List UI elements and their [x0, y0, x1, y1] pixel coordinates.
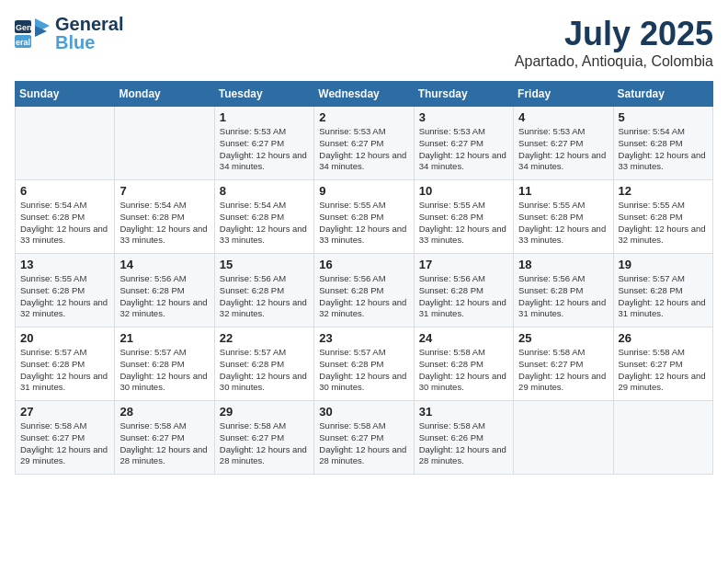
- day-number: 10: [419, 184, 508, 198]
- day-info: Sunrise: 5:56 AM Sunset: 6:28 PM Dayligh…: [119, 273, 209, 320]
- day-number: 18: [518, 258, 608, 271]
- title-block: July 2025 Apartado, Antioquia, Colombia: [515, 15, 713, 70]
- day-info: Sunrise: 5:55 AM Sunset: 6:28 PM Dayligh…: [319, 200, 408, 247]
- day-info: Sunrise: 5:58 AM Sunset: 6:27 PM Dayligh…: [619, 347, 708, 394]
- day-number: 26: [619, 331, 708, 345]
- day-info: Sunrise: 5:54 AM Sunset: 6:28 PM Dayligh…: [220, 200, 309, 247]
- logo-text-general: General: [55, 15, 123, 33]
- day-number: 22: [220, 331, 309, 345]
- day-number: 20: [20, 331, 109, 345]
- day-info: Sunrise: 5:58 AM Sunset: 6:27 PM Dayligh…: [319, 420, 408, 467]
- calendar-week-row: 20Sunrise: 5:57 AM Sunset: 6:28 PM Dayli…: [16, 327, 713, 401]
- day-info: Sunrise: 5:58 AM Sunset: 6:27 PM Dayligh…: [220, 420, 309, 467]
- calendar-cell: 7Sunrise: 5:54 AM Sunset: 6:28 PM Daylig…: [115, 180, 214, 254]
- calendar-cell: 8Sunrise: 5:54 AM Sunset: 6:28 PM Daylig…: [214, 180, 313, 254]
- day-info: Sunrise: 5:53 AM Sunset: 6:27 PM Dayligh…: [419, 126, 508, 173]
- calendar-week-row: 1Sunrise: 5:53 AM Sunset: 6:27 PM Daylig…: [16, 107, 713, 180]
- calendar-cell: 19Sunrise: 5:57 AM Sunset: 6:28 PM Dayli…: [613, 254, 712, 327]
- calendar-table: SundayMondayTuesdayWednesdayThursdayFrid…: [15, 81, 713, 475]
- day-number: 7: [119, 184, 209, 198]
- calendar-cell: 6Sunrise: 5:54 AM Sunset: 6:28 PM Daylig…: [16, 180, 115, 254]
- weekday-header-saturday: Saturday: [613, 82, 712, 107]
- location-title: Apartado, Antioquia, Colombia: [515, 53, 713, 70]
- day-info: Sunrise: 5:57 AM Sunset: 6:28 PM Dayligh…: [619, 273, 708, 320]
- calendar-cell: 20Sunrise: 5:57 AM Sunset: 6:28 PM Dayli…: [16, 327, 115, 401]
- day-number: 8: [220, 184, 309, 198]
- day-number: 28: [119, 405, 209, 419]
- day-number: 1: [220, 110, 309, 124]
- day-info: Sunrise: 5:58 AM Sunset: 6:26 PM Dayligh…: [419, 420, 508, 467]
- day-number: 31: [419, 405, 508, 419]
- day-number: 15: [220, 258, 309, 271]
- calendar-cell: 31Sunrise: 5:58 AM Sunset: 6:26 PM Dayli…: [414, 401, 513, 475]
- calendar-cell: 30Sunrise: 5:58 AM Sunset: 6:27 PM Dayli…: [314, 401, 414, 475]
- calendar-cell: [613, 401, 712, 475]
- weekday-header-sunday: Sunday: [16, 82, 115, 107]
- day-number: 23: [319, 331, 408, 345]
- day-info: Sunrise: 5:57 AM Sunset: 6:28 PM Dayligh…: [119, 347, 209, 394]
- day-info: Sunrise: 5:56 AM Sunset: 6:28 PM Dayligh…: [319, 273, 408, 320]
- calendar-cell: 14Sunrise: 5:56 AM Sunset: 6:28 PM Dayli…: [115, 254, 214, 327]
- day-info: Sunrise: 5:55 AM Sunset: 6:28 PM Dayligh…: [619, 200, 708, 247]
- day-info: Sunrise: 5:55 AM Sunset: 6:28 PM Dayligh…: [518, 200, 608, 247]
- day-number: 9: [319, 184, 408, 198]
- calendar-cell: 18Sunrise: 5:56 AM Sunset: 6:28 PM Dayli…: [514, 254, 613, 327]
- calendar-cell: 22Sunrise: 5:57 AM Sunset: 6:28 PM Dayli…: [214, 327, 313, 401]
- calendar-cell: 12Sunrise: 5:55 AM Sunset: 6:28 PM Dayli…: [613, 180, 712, 254]
- day-info: Sunrise: 5:53 AM Sunset: 6:27 PM Dayligh…: [220, 126, 309, 173]
- day-number: 3: [419, 110, 508, 124]
- calendar-cell: 27Sunrise: 5:58 AM Sunset: 6:27 PM Dayli…: [16, 401, 115, 475]
- day-info: Sunrise: 5:58 AM Sunset: 6:27 PM Dayligh…: [518, 347, 608, 394]
- calendar-cell: 16Sunrise: 5:56 AM Sunset: 6:28 PM Dayli…: [314, 254, 414, 327]
- day-info: Sunrise: 5:56 AM Sunset: 6:28 PM Dayligh…: [419, 273, 508, 320]
- calendar-cell: 13Sunrise: 5:55 AM Sunset: 6:28 PM Dayli…: [16, 254, 115, 327]
- svg-text:Gen: Gen: [16, 23, 32, 32]
- calendar-cell: 9Sunrise: 5:55 AM Sunset: 6:28 PM Daylig…: [314, 180, 414, 254]
- calendar-cell: 5Sunrise: 5:54 AM Sunset: 6:28 PM Daylig…: [613, 107, 712, 180]
- day-info: Sunrise: 5:58 AM Sunset: 6:28 PM Dayligh…: [419, 347, 508, 394]
- logo-icon: Gen eral: [15, 17, 51, 50]
- calendar-cell: 25Sunrise: 5:58 AM Sunset: 6:27 PM Dayli…: [514, 327, 613, 401]
- day-info: Sunrise: 5:54 AM Sunset: 6:28 PM Dayligh…: [119, 200, 209, 247]
- day-number: 12: [619, 184, 708, 198]
- day-info: Sunrise: 5:58 AM Sunset: 6:27 PM Dayligh…: [119, 420, 209, 467]
- day-number: 27: [20, 405, 109, 419]
- calendar-cell: 24Sunrise: 5:58 AM Sunset: 6:28 PM Dayli…: [414, 327, 513, 401]
- calendar-cell: 2Sunrise: 5:53 AM Sunset: 6:27 PM Daylig…: [314, 107, 414, 180]
- day-info: Sunrise: 5:55 AM Sunset: 6:28 PM Dayligh…: [419, 200, 508, 247]
- day-number: 29: [220, 405, 309, 419]
- page-header: Gen eral General Blue July 2025 Apartado…: [15, 15, 713, 70]
- weekday-header-thursday: Thursday: [414, 82, 513, 107]
- day-number: 2: [319, 110, 408, 124]
- day-info: Sunrise: 5:57 AM Sunset: 6:28 PM Dayligh…: [20, 347, 109, 394]
- day-number: 5: [619, 110, 708, 124]
- day-info: Sunrise: 5:55 AM Sunset: 6:28 PM Dayligh…: [20, 273, 109, 320]
- day-number: 11: [518, 184, 608, 198]
- calendar-cell: 21Sunrise: 5:57 AM Sunset: 6:28 PM Dayli…: [115, 327, 214, 401]
- day-info: Sunrise: 5:53 AM Sunset: 6:27 PM Dayligh…: [518, 126, 608, 173]
- day-number: 25: [518, 331, 608, 345]
- calendar-cell: [514, 401, 613, 475]
- day-info: Sunrise: 5:56 AM Sunset: 6:28 PM Dayligh…: [220, 273, 309, 320]
- day-number: 14: [119, 258, 209, 271]
- calendar-week-row: 6Sunrise: 5:54 AM Sunset: 6:28 PM Daylig…: [16, 180, 713, 254]
- calendar-cell: 15Sunrise: 5:56 AM Sunset: 6:28 PM Dayli…: [214, 254, 313, 327]
- day-info: Sunrise: 5:56 AM Sunset: 6:28 PM Dayligh…: [518, 273, 608, 320]
- calendar-cell: 26Sunrise: 5:58 AM Sunset: 6:27 PM Dayli…: [613, 327, 712, 401]
- calendar-cell: [115, 107, 214, 180]
- day-info: Sunrise: 5:53 AM Sunset: 6:27 PM Dayligh…: [319, 126, 408, 173]
- weekday-header-wednesday: Wednesday: [314, 82, 414, 107]
- day-number: 30: [319, 405, 408, 419]
- calendar-cell: [16, 107, 115, 180]
- day-number: 17: [419, 258, 508, 271]
- day-number: 16: [319, 258, 408, 271]
- day-number: 19: [619, 258, 708, 271]
- weekday-header-friday: Friday: [514, 82, 613, 107]
- logo: Gen eral General Blue: [15, 15, 123, 52]
- day-info: Sunrise: 5:57 AM Sunset: 6:28 PM Dayligh…: [319, 347, 408, 394]
- logo-text-blue: Blue: [55, 33, 123, 52]
- calendar-week-row: 13Sunrise: 5:55 AM Sunset: 6:28 PM Dayli…: [16, 254, 713, 327]
- calendar-cell: 11Sunrise: 5:55 AM Sunset: 6:28 PM Dayli…: [514, 180, 613, 254]
- calendar-cell: 3Sunrise: 5:53 AM Sunset: 6:27 PM Daylig…: [414, 107, 513, 180]
- month-title: July 2025: [515, 15, 713, 53]
